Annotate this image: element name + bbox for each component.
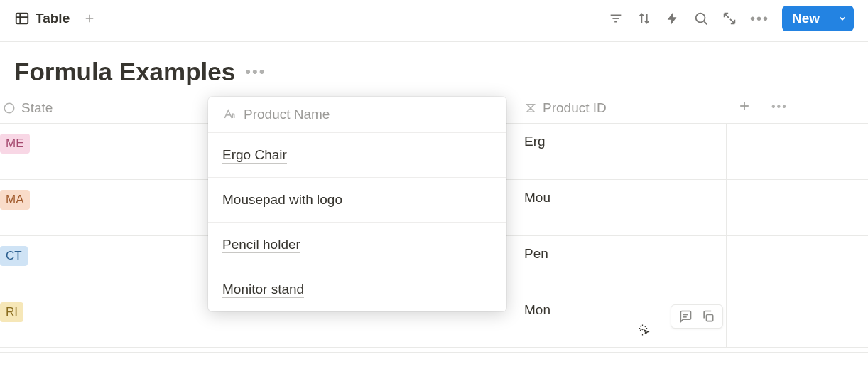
product-id-cell[interactable]: Mon bbox=[524, 302, 550, 318]
column-divider bbox=[726, 292, 727, 347]
copy-icon[interactable] bbox=[701, 309, 715, 324]
panel-header-label: Product Name bbox=[244, 107, 330, 122]
dots-icon: ••• bbox=[750, 11, 769, 26]
sort-icon bbox=[636, 11, 652, 26]
product-name-link[interactable]: Ergo Chair bbox=[222, 147, 287, 164]
search-button[interactable] bbox=[693, 11, 709, 26]
svg-line-9 bbox=[704, 21, 707, 24]
product-name-row[interactable]: Pencil holder bbox=[208, 223, 506, 267]
column-header-label: Product ID bbox=[543, 100, 607, 116]
new-button-dropdown[interactable] bbox=[830, 6, 854, 31]
status-icon bbox=[3, 102, 16, 114]
product-name-row[interactable]: Monitor stand bbox=[208, 267, 506, 311]
comment-icon[interactable] bbox=[678, 309, 693, 324]
filter-button[interactable] bbox=[608, 11, 624, 26]
toolbar: Table ••• New bbox=[0, 0, 868, 42]
svg-point-10 bbox=[4, 103, 14, 113]
expand-icon bbox=[722, 11, 737, 26]
table-icon bbox=[14, 11, 30, 26]
sort-button[interactable] bbox=[636, 11, 652, 26]
product-name-link[interactable]: Mousepad with logo bbox=[222, 192, 342, 208]
page-title[interactable]: Formula Examples bbox=[14, 58, 235, 86]
product-name-row[interactable]: Ergo Chair bbox=[208, 133, 506, 178]
columns-more-button[interactable]: ••• bbox=[771, 100, 788, 113]
product-id-cell[interactable]: Pen bbox=[524, 246, 548, 262]
search-icon bbox=[693, 11, 709, 26]
more-button[interactable]: ••• bbox=[750, 11, 769, 27]
filter-icon bbox=[608, 11, 624, 26]
product-name-link[interactable]: Monitor stand bbox=[222, 282, 304, 298]
plus-icon bbox=[83, 12, 96, 25]
column-divider bbox=[726, 236, 727, 292]
new-button[interactable]: New bbox=[782, 6, 854, 31]
panel-header[interactable]: Product Name bbox=[208, 97, 506, 133]
toolbar-right: ••• New bbox=[608, 6, 854, 31]
dots-icon: ••• bbox=[245, 63, 266, 80]
state-tag[interactable]: MA bbox=[0, 190, 30, 210]
svg-point-8 bbox=[696, 14, 705, 23]
plus-icon bbox=[737, 99, 752, 113]
column-divider bbox=[726, 124, 727, 179]
automations-button[interactable] bbox=[665, 11, 680, 26]
state-tag[interactable]: ME bbox=[0, 134, 30, 154]
expand-button[interactable] bbox=[722, 11, 737, 26]
product-id-cell[interactable]: Mou bbox=[524, 190, 550, 206]
column-header-product-id[interactable]: Product ID bbox=[524, 93, 607, 123]
column-header-label: State bbox=[21, 100, 53, 116]
formula-icon bbox=[524, 102, 537, 114]
product-id-cell[interactable]: Erg bbox=[524, 134, 546, 149]
add-column-button[interactable] bbox=[737, 99, 752, 116]
product-name-panel: Product Name Ergo ChairMousepad with log… bbox=[208, 97, 506, 311]
dots-icon: ••• bbox=[771, 100, 788, 112]
bolt-icon bbox=[665, 11, 680, 26]
add-view-button[interactable] bbox=[80, 9, 99, 28]
toolbar-left: Table bbox=[14, 9, 99, 28]
product-name-row[interactable]: Mousepad with logo bbox=[208, 178, 506, 223]
svg-point-16 bbox=[642, 329, 643, 330]
view-tab-table[interactable]: Table bbox=[14, 11, 70, 26]
cursor-icon bbox=[637, 323, 651, 337]
product-name-link[interactable]: Pencil holder bbox=[222, 237, 300, 253]
new-button-label: New bbox=[782, 6, 830, 31]
svg-rect-15 bbox=[707, 315, 713, 321]
svg-rect-0 bbox=[16, 14, 28, 24]
chevron-down-icon bbox=[837, 14, 847, 23]
column-divider bbox=[726, 180, 727, 235]
row-hover-actions bbox=[671, 304, 723, 329]
view-tab-label: Table bbox=[36, 11, 70, 26]
state-tag[interactable]: RI bbox=[0, 302, 23, 322]
state-tag[interactable]: CT bbox=[0, 246, 28, 266]
title-more-button[interactable]: ••• bbox=[245, 63, 266, 81]
text-icon bbox=[222, 107, 237, 122]
table-bottom-border bbox=[0, 352, 868, 353]
column-header-state[interactable]: State bbox=[3, 93, 53, 123]
title-row: Formula Examples ••• bbox=[0, 42, 868, 93]
